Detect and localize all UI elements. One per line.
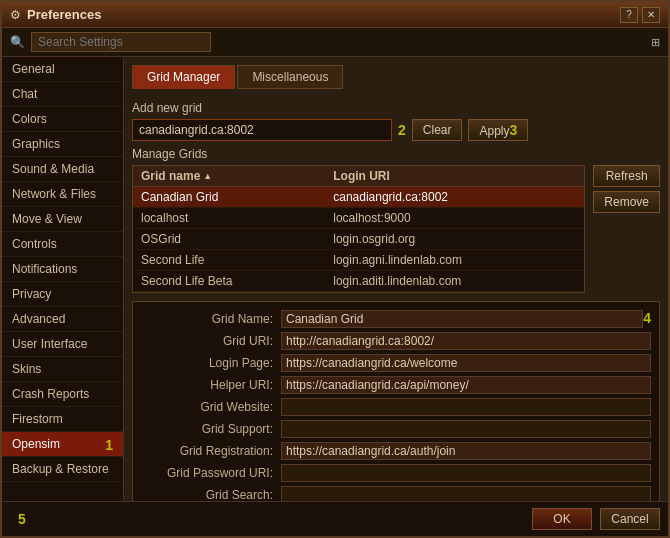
content-area: General Chat Colors Graphics Sound & Med… <box>2 57 668 501</box>
title-bar-right: ? ✕ <box>620 7 660 23</box>
field-grid-support[interactable] <box>281 420 651 438</box>
cell-grid-name: Canadian Grid <box>133 187 325 208</box>
sidebar-item-opensim[interactable]: Opensim 1 <box>2 432 123 457</box>
label-helper-uri: Helper URI: <box>141 378 281 392</box>
table-row[interactable]: Second Life login.agni.lindenlab.com <box>133 250 584 271</box>
sidebar-item-network-files[interactable]: Network & Files <box>2 182 123 207</box>
cell-login-uri: localhost:9000 <box>325 208 584 229</box>
refresh-button[interactable]: Refresh <box>593 165 660 187</box>
help-button[interactable]: ? <box>620 7 638 23</box>
table-row[interactable]: Second Life Beta login.aditi.lindenlab.c… <box>133 271 584 292</box>
detail-row-login: Login Page: <box>141 354 651 372</box>
detail-row-uri: Grid URI: <box>141 332 651 350</box>
grid-table-wrap: Grid name ▲ Login URI <box>132 165 585 293</box>
label-grid-website: Grid Website: <box>141 400 281 414</box>
field-grid-name[interactable] <box>281 310 643 328</box>
field-grid-website[interactable] <box>281 398 651 416</box>
sidebar: General Chat Colors Graphics Sound & Med… <box>2 57 124 501</box>
cell-login-uri: canadiangrid.ca:8002 <box>325 187 584 208</box>
search-icon-right: ⊞ <box>651 36 660 49</box>
search-input[interactable] <box>31 32 211 52</box>
tab-bar: Grid Manager Miscellaneous <box>132 65 660 89</box>
sidebar-item-advanced[interactable]: Advanced <box>2 307 123 332</box>
detail-row-search: Grid Search: <box>141 486 651 501</box>
detail-row-password: Grid Password URI: <box>141 464 651 482</box>
sidebar-item-general[interactable]: General <box>2 57 123 82</box>
remove-button[interactable]: Remove <box>593 191 660 213</box>
badge-4: 4 <box>643 310 651 326</box>
sidebar-item-chat[interactable]: Chat <box>2 82 123 107</box>
manage-grids-label: Manage Grids <box>132 147 660 161</box>
tab-grid-manager[interactable]: Grid Manager <box>132 65 235 89</box>
sidebar-item-skins[interactable]: Skins <box>2 357 123 382</box>
sort-arrow-name: ▲ <box>203 171 212 181</box>
detail-row-support: Grid Support: <box>141 420 651 438</box>
col-login-uri[interactable]: Login URI <box>325 166 584 187</box>
cancel-button[interactable]: Cancel <box>600 508 660 530</box>
label-grid-search: Grid Search: <box>141 488 281 501</box>
window-title: Preferences <box>27 7 101 22</box>
grid-details-section: 4 Grid Name: Grid URI: Login Page: Helpe… <box>132 301 660 501</box>
grid-table: Grid name ▲ Login URI <box>133 166 584 292</box>
label-grid-name: Grid Name: <box>141 312 281 326</box>
field-grid-search[interactable] <box>281 486 651 501</box>
apply-button[interactable]: Apply3 <box>468 119 528 141</box>
label-login-page: Login Page: <box>141 356 281 370</box>
search-bar: 🔍 ⊞ <box>2 28 668 57</box>
field-grid-password[interactable] <box>281 464 651 482</box>
field-grid-uri[interactable] <box>281 332 651 350</box>
sidebar-item-colors[interactable]: Colors <box>2 107 123 132</box>
sidebar-item-sound-media[interactable]: Sound & Media <box>2 157 123 182</box>
sidebar-item-move-view[interactable]: Move & View <box>2 207 123 232</box>
cell-grid-name: localhost <box>133 208 325 229</box>
add-grid-label: Add new grid <box>132 101 660 115</box>
cell-grid-name: OSGrid <box>133 229 325 250</box>
table-row[interactable]: Canadian Grid canadiangrid.ca:8002 <box>133 187 584 208</box>
sidebar-item-crash-reports[interactable]: Crash Reports <box>2 382 123 407</box>
sidebar-item-backup-restore[interactable]: Backup & Restore <box>2 457 123 482</box>
detail-row-registration: Grid Registration: <box>141 442 651 460</box>
detail-row-helper: Helper URI: <box>141 376 651 394</box>
bottom-bar: 5 OK Cancel <box>2 501 668 536</box>
sidebar-item-graphics[interactable]: Graphics <box>2 132 123 157</box>
label-grid-support: Grid Support: <box>141 422 281 436</box>
grids-area: Grid name ▲ Login URI <box>132 165 660 293</box>
cell-grid-name: Second Life Beta <box>133 271 325 292</box>
detail-row-website: Grid Website: <box>141 398 651 416</box>
table-row[interactable]: OSGrid login.osgrid.org <box>133 229 584 250</box>
tab-miscellaneous[interactable]: Miscellaneous <box>237 65 343 89</box>
close-button[interactable]: ✕ <box>642 7 660 23</box>
label-grid-password: Grid Password URI: <box>141 466 281 480</box>
main-panel: Grid Manager Miscellaneous Add new grid … <box>124 57 668 501</box>
sidebar-item-privacy[interactable]: Privacy <box>2 282 123 307</box>
sidebar-item-user-interface[interactable]: User Interface <box>2 332 123 357</box>
detail-row-name: Grid Name: <box>141 310 643 328</box>
label-grid-registration: Grid Registration: <box>141 444 281 458</box>
field-helper-uri[interactable] <box>281 376 651 394</box>
field-grid-registration[interactable] <box>281 442 651 460</box>
table-row[interactable]: localhost localhost:9000 <box>133 208 584 229</box>
badge-1: 1 <box>105 437 113 453</box>
side-buttons: Refresh Remove <box>593 165 660 293</box>
cell-login-uri: login.osgrid.org <box>325 229 584 250</box>
window-icon: ⚙ <box>10 8 21 22</box>
sidebar-item-controls[interactable]: Controls <box>2 232 123 257</box>
badge-2: 2 <box>398 122 406 138</box>
field-login-page[interactable] <box>281 354 651 372</box>
add-grid-row: 2 Clear Apply3 <box>132 119 660 141</box>
badge-5: 5 <box>18 511 26 527</box>
label-grid-uri: Grid URI: <box>141 334 281 348</box>
cell-login-uri: login.aditi.lindenlab.com <box>325 271 584 292</box>
cell-grid-name: Second Life <box>133 250 325 271</box>
add-grid-input[interactable] <box>132 119 392 141</box>
col-grid-name[interactable]: Grid name ▲ <box>133 166 325 187</box>
cell-login-uri: login.agni.lindenlab.com <box>325 250 584 271</box>
sidebar-item-firestorm[interactable]: Firestorm <box>2 407 123 432</box>
title-bar: ⚙ Preferences ? ✕ <box>2 2 668 28</box>
title-bar-left: ⚙ Preferences <box>10 7 101 22</box>
sidebar-item-notifications[interactable]: Notifications <box>2 257 123 282</box>
preferences-window: ⚙ Preferences ? ✕ 🔍 ⊞ General Chat Color… <box>0 0 670 538</box>
ok-button[interactable]: OK <box>532 508 592 530</box>
clear-button[interactable]: Clear <box>412 119 463 141</box>
badge-3: 3 <box>510 122 518 138</box>
